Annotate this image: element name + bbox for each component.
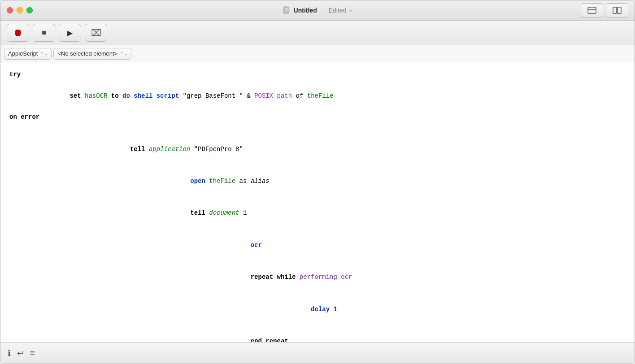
language-dropdown[interactable]: AppleScript ⌃⌄ <box>4 48 52 60</box>
run-icon: ▶ <box>67 29 73 37</box>
edited-label: Edited <box>329 7 347 14</box>
language-chevron-icon: ⌃⌄ <box>40 52 48 56</box>
language-label: AppleScript <box>8 50 38 57</box>
bottom-bar: ℹ ↩ ≡ <box>0 342 635 364</box>
document-name: Untitled <box>294 7 317 14</box>
code-editor[interactable]: try set hasOCR to do shell script "grep … <box>0 62 635 342</box>
document-icon <box>283 6 291 14</box>
code-line: try <box>9 69 626 80</box>
reply-button[interactable]: ↩ <box>17 348 24 358</box>
svg-rect-4 <box>588 7 596 13</box>
code-line: ocr <box>9 230 626 261</box>
code-line: tell document 1 <box>9 198 626 230</box>
element-label: <No selected element> <box>57 50 117 57</box>
stop-button[interactable]: ■ <box>33 24 55 42</box>
split-view-icon <box>587 7 596 14</box>
dropdown-bar: AppleScript ⌃⌄ <No selected element> ⌃⌄ <box>0 45 635 62</box>
window-controls-right <box>581 3 628 17</box>
compile-icon: ⌧ <box>91 27 101 38</box>
list-button[interactable]: ≡ <box>30 348 35 358</box>
minimize-button[interactable] <box>17 7 23 13</box>
compile-button[interactable]: ⌧ <box>85 24 107 42</box>
code-line <box>9 123 626 134</box>
run-button[interactable]: ▶ <box>59 24 81 42</box>
title-separator: — <box>320 7 326 14</box>
full-screen-button[interactable] <box>606 3 628 17</box>
element-chevron-icon: ⌃⌄ <box>120 52 127 56</box>
record-button[interactable]: ⏺ <box>7 24 29 42</box>
info-button[interactable]: ℹ <box>8 348 11 358</box>
record-icon: ⏺ <box>13 27 23 39</box>
window-title: Untitled — Edited ∨ <box>283 6 352 14</box>
split-view-button[interactable] <box>581 3 603 17</box>
stop-icon: ■ <box>42 29 46 37</box>
code-line: on error <box>9 112 626 123</box>
close-button[interactable] <box>7 7 13 13</box>
title-chevron-icon[interactable]: ∨ <box>349 8 352 13</box>
code-line: open theFile as alias <box>9 165 626 197</box>
element-dropdown[interactable]: <No selected element> ⌃⌄ <box>53 48 131 60</box>
toolbar: ⏺ ■ ▶ ⌧ <box>0 21 635 45</box>
code-line: repeat while performing ocr <box>9 261 626 293</box>
app-window: Untitled — Edited ∨ ⏺ <box>0 0 635 364</box>
code-line: tell application "PDFpenPro 8" <box>9 134 626 165</box>
title-bar: Untitled — Edited ∨ <box>0 0 635 21</box>
code-line: end repeat <box>9 325 626 342</box>
svg-rect-7 <box>618 7 621 13</box>
code-line: set hasOCR to do shell script "grep Base… <box>9 80 626 112</box>
maximize-button[interactable] <box>26 7 33 13</box>
traffic-lights <box>0 7 33 13</box>
full-screen-icon <box>613 7 622 14</box>
svg-rect-6 <box>613 7 617 13</box>
code-line: delay 1 <box>9 294 626 325</box>
